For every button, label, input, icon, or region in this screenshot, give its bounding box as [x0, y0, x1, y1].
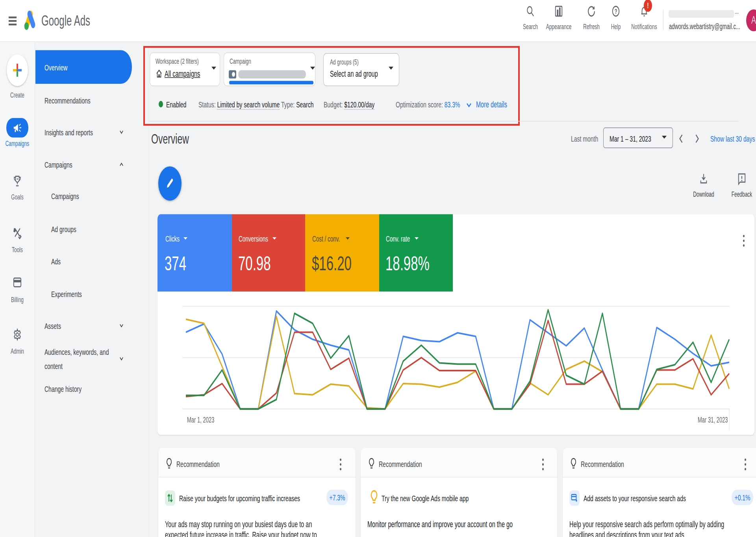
svg-text:?: ? [615, 7, 617, 15]
